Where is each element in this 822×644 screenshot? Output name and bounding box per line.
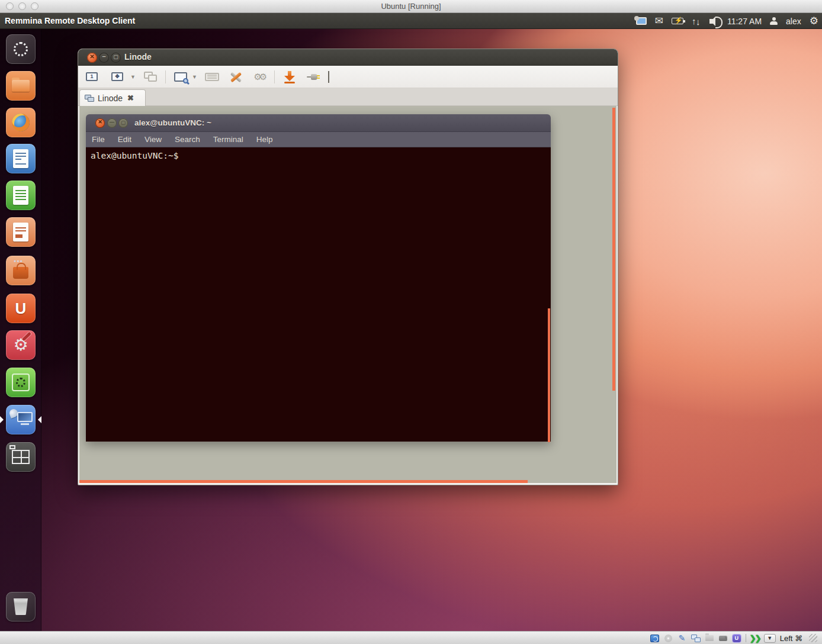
terminal-minimize-button[interactable]: [107, 118, 117, 128]
vbox-host-key-label: Left ⌘: [780, 634, 802, 643]
launcher-icon-software-center[interactable]: [6, 256, 36, 285]
unity-launcher: U ⚙: [0, 29, 41, 631]
terminal-titlebar[interactable]: alex@ubuntuVNC: ~: [86, 114, 551, 132]
volume-indicator-icon[interactable]: [709, 19, 714, 24]
vbox-dropdown-button[interactable]: ▼: [764, 634, 776, 643]
disconnect-plug-button[interactable]: [304, 69, 322, 85]
launcher-icon-system-settings[interactable]: ⚙: [6, 330, 36, 360]
vbox-status-bar: ✎ U ❯❯ ▼ Left ⌘: [0, 631, 822, 644]
remmina-maximize-button[interactable]: [111, 53, 121, 63]
tools-button[interactable]: [227, 69, 245, 85]
vbox-edit-pencil-icon[interactable]: ✎: [677, 634, 687, 642]
terminal-menu-search[interactable]: Search: [175, 135, 200, 144]
launcher-icon-libreoffice-impress[interactable]: [6, 217, 36, 247]
host-window-title: Ubuntu [Running]: [0, 0, 822, 13]
username-label[interactable]: alex: [786, 17, 801, 26]
terminal-menu-terminal[interactable]: Terminal: [213, 135, 243, 144]
tab-linode[interactable]: Linode ✖: [79, 89, 146, 106]
running-indicator-arrow: [0, 416, 4, 423]
tab-connection-icon: [85, 95, 94, 102]
terminal-menu-edit[interactable]: Edit: [118, 135, 131, 144]
launcher-icon-remmina[interactable]: [6, 405, 36, 434]
render-artifact-line: [79, 480, 528, 483]
tab-close-icon[interactable]: ✖: [127, 94, 134, 102]
ubuntu-top-panel: Remmina Remote Desktop Client ✉ ↑↓ 11:27…: [0, 13, 822, 29]
shell-prompt: alex@ubuntuVNC:~$: [91, 151, 178, 160]
import-button[interactable]: [281, 69, 298, 85]
vbox-optical-disc-icon[interactable]: [664, 634, 673, 642]
terminal-window: alex@ubuntuVNC: ~ File Edit View Search …: [86, 114, 551, 442]
remmina-close-button[interactable]: [87, 53, 97, 63]
remmina-minimize-button[interactable]: [99, 53, 109, 63]
launcher-icon-ubuntu-dash[interactable]: [6, 34, 36, 64]
tab-label: Linode: [98, 94, 123, 103]
terminal-screen[interactable]: alex@ubuntuVNC:~$: [86, 147, 551, 442]
vbox-usb-icon[interactable]: U: [732, 634, 741, 642]
focused-indicator-arrow: [38, 416, 41, 423]
launcher-icon-libreoffice-calc[interactable]: [6, 181, 36, 210]
vbox-video-capture-icon[interactable]: [718, 634, 728, 642]
battery-indicator-icon[interactable]: [672, 18, 683, 24]
vbox-windows-icon[interactable]: [691, 634, 701, 642]
user-menu-icon[interactable]: [770, 17, 778, 25]
resize-grip[interactable]: [809, 634, 817, 642]
remmina-window-title: Linode: [124, 49, 152, 66]
render-artifact-line: [612, 108, 615, 391]
preferences-gears-button[interactable]: ⚙⚙: [251, 69, 268, 85]
zoom-dropdown-caret[interactable]: ▼: [192, 74, 197, 80]
remote-desktop-view[interactable]: alex@ubuntuVNC: ~ File Edit View Search …: [78, 106, 618, 484]
vbox-hard-disk-icon[interactable]: [650, 634, 660, 642]
launcher-icon-home-folder[interactable]: [6, 71, 36, 101]
launcher-icon-ubuntu-one[interactable]: U: [6, 294, 36, 323]
toolbar-separator: [274, 70, 275, 83]
launcher-icon-libreoffice-writer[interactable]: [6, 144, 36, 173]
system-tray: ✉ ↑↓ 11:27 AM alex ⚙: [636, 13, 818, 29]
statusbar-separator: [746, 634, 746, 642]
toolbar-end-separator: [328, 71, 329, 83]
remmina-tab-bar: Linode ✖: [78, 88, 618, 106]
terminal-maximize-button[interactable]: [118, 118, 128, 128]
vbox-shared-folder-icon[interactable]: [705, 634, 714, 642]
scale-window-button[interactable]: ✥: [107, 69, 128, 85]
terminal-menu-file[interactable]: File: [92, 135, 105, 144]
terminal-close-button[interactable]: [95, 118, 105, 128]
terminal-menu-help[interactable]: Help: [256, 135, 273, 144]
terminal-window-title: alex@ubuntuVNC: ~: [134, 114, 211, 132]
session-gear-icon[interactable]: ⚙: [810, 16, 818, 26]
terminal-menubar: File Edit View Search Terminal Help: [86, 132, 551, 147]
remmina-toolbar: 1 ✥ ▼ ▼ ⚙⚙: [78, 66, 618, 88]
active-app-title: Remmina Remote Desktop Client: [5, 13, 135, 29]
remote-desktop-indicator-icon[interactable]: [636, 17, 647, 25]
launcher-icon-trash[interactable]: [6, 592, 36, 622]
zoom-window-button[interactable]: [172, 69, 190, 85]
scale-dropdown-caret[interactable]: ▼: [130, 74, 136, 80]
keyboard-grab-button[interactable]: [203, 69, 221, 85]
launcher-icon-workspace-switcher[interactable]: [6, 442, 36, 472]
mail-indicator-icon[interactable]: ✉: [655, 16, 663, 26]
render-artifact-line: [548, 308, 550, 442]
duplicate-connection-button[interactable]: [142, 69, 159, 85]
screen: Ubuntu [Running] Remmina Remote Desktop …: [0, 0, 822, 644]
clock[interactable]: 11:27 AM: [727, 17, 762, 26]
desktop-wallpaper: U ⚙ Linode 1 ✥ ▼: [0, 29, 822, 631]
launcher-icon-ubuntu-software[interactable]: [6, 368, 36, 397]
vbox-mouse-integration-icon[interactable]: ❯❯: [750, 634, 760, 642]
network-traffic-icon[interactable]: ↑↓: [692, 17, 701, 25]
terminal-menu-view[interactable]: View: [145, 135, 162, 144]
remmina-window: Linode 1 ✥ ▼ ▼ ⚙⚙ L: [78, 49, 618, 485]
remmina-titlebar[interactable]: Linode: [78, 49, 618, 66]
host-titlebar: Ubuntu [Running]: [0, 0, 822, 13]
fullscreen-button[interactable]: 1: [83, 69, 101, 85]
launcher-icon-firefox[interactable]: [6, 108, 36, 137]
toolbar-separator: [165, 70, 166, 83]
